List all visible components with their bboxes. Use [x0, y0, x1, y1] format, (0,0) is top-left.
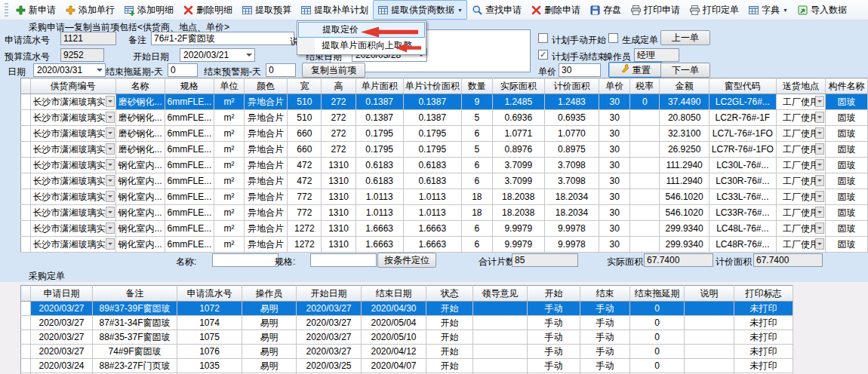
amount-cell[interactable]: 111.2940 [660, 173, 709, 189]
unit-cell[interactable]: m² [214, 142, 244, 158]
quantity-column-header[interactable]: 数量 [461, 78, 492, 94]
delivery-place-cell[interactable]: 工厂使用 [776, 205, 825, 221]
unit-cell[interactable]: m² [214, 205, 244, 221]
request-serial-cell[interactable]: 1074 [177, 316, 242, 330]
note-cell[interactable] [685, 359, 734, 373]
print-flag-column-header[interactable]: 打印标志 [734, 286, 793, 302]
supplier-code-cell[interactable]: 长沙市潇湘玻璃实... [30, 221, 115, 237]
row-leader[interactable] [21, 126, 31, 142]
supplier-code-cell[interactable]: 长沙市潇湘玻璃实... [30, 110, 115, 126]
width-cell[interactable]: 510 [288, 110, 322, 126]
supplier-code-cell[interactable]: 长沙市潇湘玻璃实... [30, 237, 115, 253]
color-cell[interactable]: 异地合片 [244, 189, 288, 205]
start-mode-cell[interactable]: 手动 [528, 359, 580, 373]
width-cell[interactable]: 1272 [288, 237, 322, 253]
piece-priced-area-cell[interactable]: 1.0113 [403, 205, 461, 221]
leader-opinion-cell[interactable] [473, 316, 528, 330]
toolbar-grip[interactable] [5, 3, 8, 17]
priced-area-cell[interactable]: 18.2034 [544, 189, 599, 205]
end-mode-cell[interactable]: 手动 [580, 330, 630, 345]
row-leader[interactable] [21, 221, 31, 237]
detail-row[interactable]: 长沙市潇湘玻璃实...钢化室内...6mmFLE...m²异地合片4721310… [21, 158, 868, 173]
spec-cell[interactable]: 6mmFLE... [165, 158, 214, 173]
piece-priced-area-cell[interactable]: 0.1795 [403, 142, 461, 158]
height-cell[interactable]: 272 [322, 110, 356, 126]
dropdown-arrow-icon[interactable] [106, 175, 115, 186]
unit-price-cell[interactable]: 30 [599, 142, 630, 158]
actual-area-cell[interactable]: 0.6936 [492, 110, 544, 126]
tax-rate-column-header[interactable]: 税率 [630, 78, 660, 94]
unit-price-cell[interactable]: 30 [599, 205, 630, 221]
width-cell[interactable]: 472 [288, 158, 322, 173]
start-mode-cell[interactable]: 手动 [528, 316, 580, 330]
piece-area-cell[interactable]: 0.1795 [356, 142, 403, 158]
delivery-place-cell[interactable]: 工厂使用 [776, 142, 825, 158]
piece-area-cell[interactable]: 1.0113 [356, 205, 403, 221]
row-leader[interactable] [21, 173, 31, 189]
spec-cell[interactable]: 6mmFLE... [165, 126, 214, 142]
amount-cell[interactable]: 546.1020 [660, 205, 709, 221]
operator-field[interactable] [634, 48, 679, 62]
piece-priced-area-cell[interactable]: 1.0113 [403, 189, 461, 205]
quantity-cell[interactable]: 6 [461, 126, 492, 142]
actual-area-cell[interactable]: 1.0771 [492, 126, 544, 142]
row-leader[interactable] [21, 142, 31, 158]
window-code-cell[interactable]: LC30L-76#... [709, 158, 776, 173]
row-leader[interactable] [21, 316, 31, 330]
end-delay-cell[interactable]: 0 [630, 316, 685, 330]
detail-row[interactable]: 长沙市潇湘玻璃实...钢化室内...6mmFLE...m²异地合片7721310… [21, 205, 868, 221]
unit-price-cell[interactable]: 30 [599, 237, 630, 253]
spec-cell[interactable]: 6mmFLE... [165, 205, 214, 221]
request-serial-cell[interactable]: 1076 [177, 345, 242, 359]
priced-area-column-header[interactable]: 计价面积 [544, 78, 599, 94]
remark-cell[interactable]: 89#37-39F窗固玻 [93, 302, 177, 316]
spec-cell[interactable]: 6mmFLE... [165, 110, 214, 126]
spec-cell[interactable]: 6mmFLE... [165, 189, 214, 205]
dropdown-arrow-icon[interactable] [815, 159, 824, 170]
row-leader[interactable] [21, 330, 31, 345]
locate-by-condition-button[interactable]: 按条件定位 [377, 253, 436, 268]
color-cell[interactable]: 异地合片 [244, 94, 288, 110]
row-leader[interactable] [21, 110, 31, 126]
name-cell[interactable]: 钢化室内... [115, 205, 165, 221]
status-cell[interactable]: 开始 [426, 330, 473, 345]
tax-rate-cell[interactable] [630, 173, 660, 189]
end-date-cell[interactable]: 2020/05/04 [362, 316, 426, 330]
piece-area-cell[interactable]: 1.6663 [356, 237, 403, 253]
remark-cell[interactable]: 74#9F窗固玻 [93, 345, 177, 359]
color-cell[interactable]: 异地合片 [244, 173, 288, 189]
supplier-code-cell[interactable]: 长沙市潇湘玻璃实... [30, 205, 115, 221]
toolbar-new-request-button[interactable]: 新申请 [11, 0, 60, 20]
width-cell[interactable]: 660 [288, 142, 322, 158]
unit-price-column-header[interactable]: 单价 [599, 78, 630, 94]
window-code-cell[interactable]: LC30R-76#... [709, 173, 776, 189]
color-cell[interactable]: 异地合片 [244, 221, 288, 237]
toolbar-delete-detail-button[interactable]: 删除明细 [178, 0, 237, 20]
start-mode-cell[interactable]: 手动 [528, 345, 580, 359]
priced-area-cell[interactable]: 3.7098 [544, 173, 599, 189]
delivery-place-cell[interactable]: 工厂使用 [776, 237, 825, 253]
unit-cell[interactable]: m² [214, 94, 244, 110]
color-cell[interactable]: 异地合片 [244, 205, 288, 221]
copy-current-item-button[interactable]: 复制当前项 [302, 63, 365, 78]
leader-opinion-column-header[interactable]: 领导意见 [473, 286, 528, 302]
start-mode-cell[interactable]: 手动 [528, 330, 580, 345]
print-flag-cell[interactable]: 未打印 [734, 330, 793, 345]
height-cell[interactable]: 1310 [322, 189, 356, 205]
color-column-header[interactable]: 颜色 [244, 78, 288, 94]
quantity-cell[interactable]: 18 [461, 189, 492, 205]
end-delay-cell[interactable]: 0 [630, 302, 685, 316]
toolbar-add-row-button[interactable]: 添加单行 [60, 0, 119, 20]
end-mode-cell[interactable]: 手动 [580, 345, 630, 359]
piece-priced-area-cell[interactable]: 0.6183 [403, 158, 461, 173]
print-flag-cell[interactable]: 未打印 [734, 345, 793, 359]
delivery-place-cell[interactable]: 工厂使用 [776, 221, 825, 237]
dropdown-arrow-icon[interactable] [815, 191, 824, 202]
end-date-cell[interactable]: 2020/04/07 [362, 359, 426, 373]
unit-cell[interactable]: m² [214, 158, 244, 173]
end-mode-cell[interactable]: 手动 [580, 359, 630, 373]
quantity-cell[interactable]: 9 [461, 94, 492, 110]
component-name-cell[interactable]: 固玻 [826, 94, 868, 110]
end-date-column-header[interactable]: 结束日期 [362, 286, 426, 302]
name-cell[interactable]: 磨砂钢化... [115, 126, 165, 142]
